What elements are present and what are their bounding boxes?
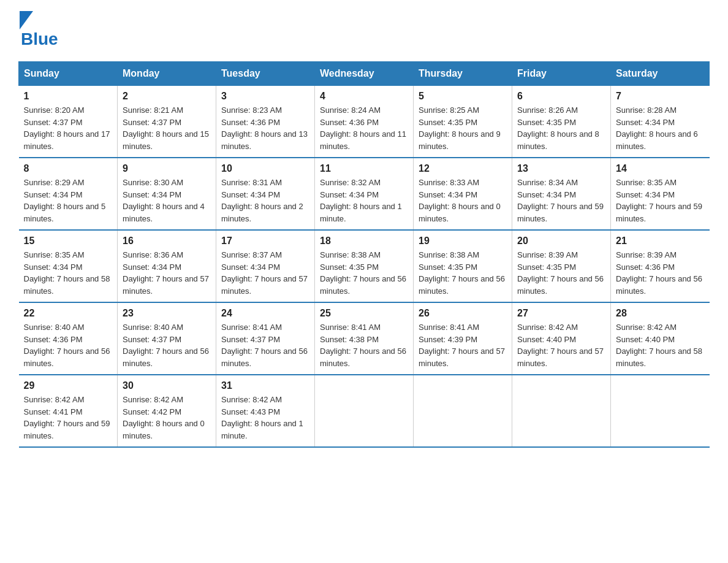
calendar-week-row: 15 Sunrise: 8:35 AMSunset: 4:34 PMDaylig…	[19, 230, 710, 302]
calendar-cell: 9 Sunrise: 8:30 AMSunset: 4:34 PMDayligh…	[118, 158, 216, 230]
calendar-header-row: SundayMondayTuesdayWednesdayThursdayFrid…	[19, 62, 710, 86]
day-detail: Sunrise: 8:29 AMSunset: 4:34 PMDaylight:…	[24, 177, 113, 224]
day-detail: Sunrise: 8:42 AMSunset: 4:42 PMDaylight:…	[123, 394, 211, 442]
calendar-week-row: 29 Sunrise: 8:42 AMSunset: 4:41 PMDaylig…	[19, 375, 710, 447]
day-number: 18	[320, 236, 408, 247]
day-number: 2	[123, 91, 211, 102]
calendar-cell: 12 Sunrise: 8:33 AMSunset: 4:34 PMDaylig…	[414, 158, 512, 230]
calendar-cell: 19 Sunrise: 8:38 AMSunset: 4:35 PMDaylig…	[414, 230, 512, 302]
day-number: 23	[123, 308, 211, 319]
day-detail: Sunrise: 8:20 AMSunset: 4:37 PMDaylight:…	[24, 104, 113, 152]
calendar-cell: 24 Sunrise: 8:41 AMSunset: 4:37 PMDaylig…	[216, 302, 315, 375]
header-saturday: Saturday	[611, 62, 710, 86]
day-number: 17	[221, 236, 309, 247]
calendar-cell: 14 Sunrise: 8:35 AMSunset: 4:34 PMDaylig…	[611, 158, 710, 230]
calendar-cell: 11 Sunrise: 8:32 AMSunset: 4:34 PMDaylig…	[315, 158, 414, 230]
header-friday: Friday	[512, 62, 611, 86]
day-number: 28	[616, 308, 705, 319]
day-detail: Sunrise: 8:23 AMSunset: 4:36 PMDaylight:…	[221, 104, 309, 152]
day-number: 6	[517, 91, 605, 102]
day-number: 5	[419, 91, 507, 102]
calendar-cell: 2 Sunrise: 8:21 AMSunset: 4:37 PMDayligh…	[118, 86, 216, 158]
day-number: 10	[221, 163, 309, 174]
calendar-week-row: 22 Sunrise: 8:40 AMSunset: 4:36 PMDaylig…	[19, 302, 710, 375]
day-detail: Sunrise: 8:38 AMSunset: 4:35 PMDaylight:…	[419, 249, 507, 297]
calendar-cell: 22 Sunrise: 8:40 AMSunset: 4:36 PMDaylig…	[19, 302, 118, 375]
logo-blue: Blue	[21, 29, 58, 48]
day-detail: Sunrise: 8:39 AMSunset: 4:36 PMDaylight:…	[616, 249, 705, 297]
day-number: 26	[419, 308, 507, 319]
day-number: 25	[320, 308, 408, 319]
day-detail: Sunrise: 8:32 AMSunset: 4:34 PMDaylight:…	[320, 177, 408, 224]
calendar-cell: 17 Sunrise: 8:37 AMSunset: 4:34 PMDaylig…	[216, 230, 315, 302]
day-number: 11	[320, 163, 408, 174]
day-detail: Sunrise: 8:38 AMSunset: 4:35 PMDaylight:…	[320, 249, 408, 297]
calendar-cell: 28 Sunrise: 8:42 AMSunset: 4:40 PMDaylig…	[611, 302, 710, 375]
day-number: 31	[221, 380, 309, 391]
day-number: 4	[320, 91, 408, 102]
calendar-cell: 18 Sunrise: 8:38 AMSunset: 4:35 PMDaylig…	[315, 230, 414, 302]
calendar-cell: 13 Sunrise: 8:34 AMSunset: 4:34 PMDaylig…	[512, 158, 611, 230]
day-detail: Sunrise: 8:41 AMSunset: 4:37 PMDaylight:…	[221, 321, 309, 369]
page-header: Blue	[18, 12, 710, 49]
day-number: 7	[616, 91, 705, 102]
day-detail: Sunrise: 8:41 AMSunset: 4:38 PMDaylight:…	[320, 321, 408, 369]
calendar-cell	[315, 375, 414, 447]
day-number: 20	[517, 236, 605, 247]
day-number: 27	[517, 308, 605, 319]
day-number: 29	[24, 380, 113, 391]
day-number: 15	[24, 236, 113, 247]
day-number: 3	[221, 91, 309, 102]
day-detail: Sunrise: 8:42 AMSunset: 4:40 PMDaylight:…	[616, 321, 705, 369]
calendar-cell: 5 Sunrise: 8:25 AMSunset: 4:35 PMDayligh…	[414, 86, 512, 158]
calendar-cell: 26 Sunrise: 8:41 AMSunset: 4:39 PMDaylig…	[414, 302, 512, 375]
calendar-cell: 1 Sunrise: 8:20 AMSunset: 4:37 PMDayligh…	[19, 86, 118, 158]
day-detail: Sunrise: 8:26 AMSunset: 4:35 PMDaylight:…	[517, 104, 605, 152]
day-detail: Sunrise: 8:25 AMSunset: 4:35 PMDaylight:…	[419, 104, 507, 152]
day-number: 24	[221, 308, 309, 319]
day-detail: Sunrise: 8:28 AMSunset: 4:34 PMDaylight:…	[616, 104, 705, 152]
calendar-cell: 7 Sunrise: 8:28 AMSunset: 4:34 PMDayligh…	[611, 86, 710, 158]
calendar-cell	[512, 375, 611, 447]
calendar-cell: 4 Sunrise: 8:24 AMSunset: 4:36 PMDayligh…	[315, 86, 414, 158]
day-detail: Sunrise: 8:42 AMSunset: 4:43 PMDaylight:…	[221, 394, 309, 442]
logo: Blue	[18, 12, 58, 49]
header-thursday: Thursday	[414, 62, 512, 86]
day-detail: Sunrise: 8:35 AMSunset: 4:34 PMDaylight:…	[24, 249, 113, 297]
day-number: 13	[517, 163, 605, 174]
calendar-cell: 25 Sunrise: 8:41 AMSunset: 4:38 PMDaylig…	[315, 302, 414, 375]
day-detail: Sunrise: 8:39 AMSunset: 4:35 PMDaylight:…	[517, 249, 605, 297]
header-wednesday: Wednesday	[315, 62, 414, 86]
calendar-cell: 31 Sunrise: 8:42 AMSunset: 4:43 PMDaylig…	[216, 375, 315, 447]
calendar-week-row: 1 Sunrise: 8:20 AMSunset: 4:37 PMDayligh…	[19, 86, 710, 158]
svg-marker-0	[20, 11, 33, 29]
calendar-cell: 20 Sunrise: 8:39 AMSunset: 4:35 PMDaylig…	[512, 230, 611, 302]
day-detail: Sunrise: 8:34 AMSunset: 4:34 PMDaylight:…	[517, 177, 605, 224]
calendar-cell: 21 Sunrise: 8:39 AMSunset: 4:36 PMDaylig…	[611, 230, 710, 302]
calendar-cell: 30 Sunrise: 8:42 AMSunset: 4:42 PMDaylig…	[118, 375, 216, 447]
header-sunday: Sunday	[19, 62, 118, 86]
day-number: 16	[123, 236, 211, 247]
day-detail: Sunrise: 8:40 AMSunset: 4:36 PMDaylight:…	[24, 321, 113, 369]
header-tuesday: Tuesday	[216, 62, 315, 86]
calendar-cell: 15 Sunrise: 8:35 AMSunset: 4:34 PMDaylig…	[19, 230, 118, 302]
calendar-cell: 27 Sunrise: 8:42 AMSunset: 4:40 PMDaylig…	[512, 302, 611, 375]
day-detail: Sunrise: 8:41 AMSunset: 4:39 PMDaylight:…	[419, 321, 507, 369]
day-number: 9	[123, 163, 211, 174]
day-detail: Sunrise: 8:36 AMSunset: 4:34 PMDaylight:…	[123, 249, 211, 297]
calendar-cell: 10 Sunrise: 8:31 AMSunset: 4:34 PMDaylig…	[216, 158, 315, 230]
day-number: 8	[24, 163, 113, 174]
calendar-cell: 23 Sunrise: 8:40 AMSunset: 4:37 PMDaylig…	[118, 302, 216, 375]
day-detail: Sunrise: 8:30 AMSunset: 4:34 PMDaylight:…	[123, 177, 211, 224]
calendar-cell: 6 Sunrise: 8:26 AMSunset: 4:35 PMDayligh…	[512, 86, 611, 158]
calendar-cell: 3 Sunrise: 8:23 AMSunset: 4:36 PMDayligh…	[216, 86, 315, 158]
day-number: 14	[616, 163, 705, 174]
day-detail: Sunrise: 8:31 AMSunset: 4:34 PMDaylight:…	[221, 177, 309, 224]
calendar-week-row: 8 Sunrise: 8:29 AMSunset: 4:34 PMDayligh…	[19, 158, 710, 230]
day-detail: Sunrise: 8:40 AMSunset: 4:37 PMDaylight:…	[123, 321, 211, 369]
day-detail: Sunrise: 8:37 AMSunset: 4:34 PMDaylight:…	[221, 249, 309, 297]
day-detail: Sunrise: 8:21 AMSunset: 4:37 PMDaylight:…	[123, 104, 211, 152]
calendar-cell: 16 Sunrise: 8:36 AMSunset: 4:34 PMDaylig…	[118, 230, 216, 302]
day-detail: Sunrise: 8:42 AMSunset: 4:41 PMDaylight:…	[24, 394, 113, 442]
day-number: 1	[24, 91, 113, 102]
